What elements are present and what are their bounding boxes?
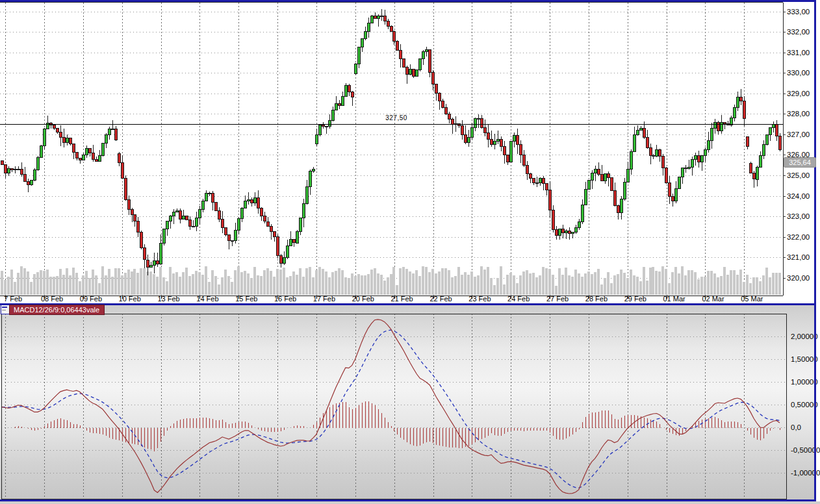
price-axis-label: 322,00 — [787, 233, 810, 241]
date-axis-label: 17 Feb — [313, 295, 335, 303]
date-axis-label: 01 Mar — [663, 295, 685, 303]
horizontal-line-label[interactable]: 327,50 — [377, 114, 416, 121]
price-axis-label: 321,00 — [787, 253, 810, 261]
window-bottom-strip — [0, 501, 820, 504]
date-axis-label: 15 Feb — [235, 295, 257, 303]
date-axis-label: 24 Feb — [507, 295, 530, 303]
price-chart-area[interactable] — [0, 3, 783, 296]
price-axis-label: 332,00 — [787, 28, 810, 36]
window-right-border — [814, 0, 816, 501]
price-axis-label: 325,00 — [787, 171, 810, 179]
date-axis-label: 13 Feb — [157, 295, 179, 303]
macd-axis-label: 0,0 — [791, 423, 801, 431]
date-axis-label: 14 Feb — [196, 295, 218, 303]
price-axis-label: 333,00 — [787, 8, 810, 16]
price-axis-label: 331,00 — [787, 49, 810, 57]
date-axis-label: 29 Feb — [624, 295, 647, 303]
indicator-window-icon[interactable] — [1, 305, 10, 314]
date-axis-label: 7 Feb — [4, 295, 22, 303]
price-axis-label: 324,00 — [787, 192, 810, 200]
price-axis: 333,00332,00331,00330,00329,00328,00327,… — [783, 8, 810, 282]
price-axis-label: 327,00 — [787, 131, 810, 138]
date-axis-label: 23 Feb — [468, 295, 491, 303]
price-axis-label: 330,00 — [787, 69, 810, 77]
price-axis-label: 328,00 — [787, 110, 810, 118]
date-axis-label: 05 Mar — [741, 295, 763, 303]
price-axis-label: 329,00 — [787, 90, 810, 97]
chart-canvas[interactable]: 333,00332,00331,00330,00329,00328,00327,… — [0, 0, 820, 504]
macd-chart-area[interactable] — [1, 314, 786, 499]
price-axis-label: 320,00 — [787, 274, 810, 282]
panel-separator[interactable] — [0, 303, 816, 305]
window-top-border — [0, 0, 816, 2]
date-axis-label: 28 Feb — [585, 295, 608, 303]
date-axis-label: 21 Feb — [391, 295, 413, 303]
date-axis-label: 27 Feb — [546, 295, 569, 303]
date-axis-label: 02 Mar — [702, 295, 724, 303]
price-axis-label: 323,00 — [787, 212, 810, 220]
last-price-badge: 325,64 — [784, 157, 816, 168]
macd-indicator-badge[interactable]: MACD12/26/9:0,06443vale — [9, 305, 105, 315]
date-axis-label: 08 Feb — [41, 295, 63, 303]
date-axis-label: 16 Feb — [274, 295, 296, 303]
date-axis-label: 20 Feb — [352, 295, 374, 303]
date-axis-label: 09 Feb — [80, 295, 102, 303]
date-axis-label: 10 Feb — [119, 295, 141, 303]
date-axis-label: 22 Feb — [429, 295, 452, 303]
